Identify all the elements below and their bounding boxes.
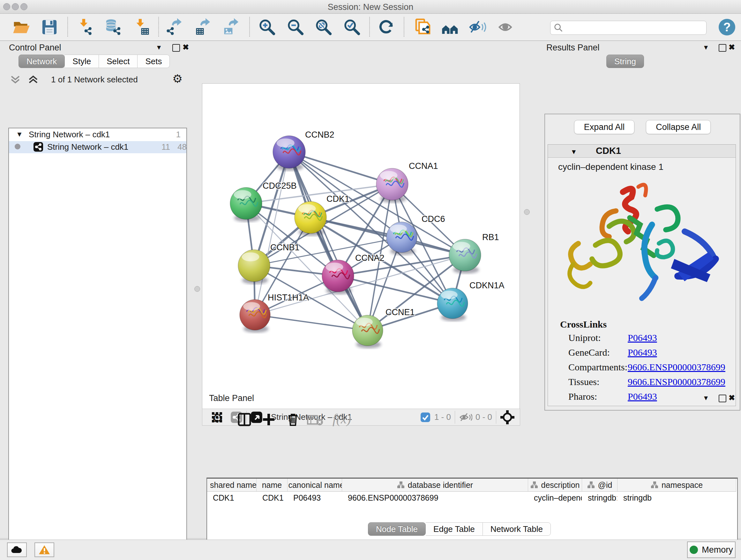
delete-column-icon[interactable] bbox=[285, 412, 300, 427]
function-builder-icon[interactable]: f(x) bbox=[333, 411, 351, 427]
node-label-ccne1: CCNE1 bbox=[386, 307, 415, 317]
network-node-hist1h1a[interactable] bbox=[240, 300, 270, 333]
collapse-card-icon[interactable]: ▾ bbox=[572, 147, 576, 156]
tab-network[interactable]: Network bbox=[18, 55, 65, 68]
show-columns-icon[interactable] bbox=[237, 412, 252, 427]
table-cell-shared-name[interactable]: CDK1 bbox=[207, 492, 256, 504]
zoom-in-icon[interactable] bbox=[258, 18, 276, 36]
export-table-icon[interactable] bbox=[194, 18, 212, 36]
network-node-cdc6[interactable] bbox=[387, 222, 417, 255]
column-header--id[interactable]: @id bbox=[582, 479, 617, 492]
network-node-ccnb2[interactable] bbox=[273, 136, 306, 171]
table-panel-float-icon[interactable] bbox=[719, 395, 726, 402]
tab-style[interactable]: Style bbox=[65, 55, 99, 68]
results-panel-float-icon[interactable] bbox=[719, 44, 726, 52]
collapse-all-tree-icon[interactable] bbox=[10, 74, 42, 85]
node-label-cdk1: CDK1 bbox=[327, 194, 349, 204]
network-node-ccna2[interactable] bbox=[322, 260, 354, 294]
clone-network-icon[interactable] bbox=[414, 18, 432, 36]
column-header-namespace[interactable]: namespace bbox=[617, 479, 736, 492]
column-type-icon bbox=[587, 481, 595, 489]
right-splitter-handle[interactable] bbox=[524, 209, 530, 215]
crosslink-link-genecard-[interactable]: P06493 bbox=[628, 347, 657, 358]
column-header-description[interactable]: description bbox=[528, 479, 582, 492]
selected-checkbox-icon[interactable] bbox=[420, 412, 430, 422]
show-all-icon[interactable] bbox=[441, 18, 459, 36]
tab-sets[interactable]: Sets bbox=[138, 55, 170, 68]
results-panel-collapse-icon[interactable]: ▾ bbox=[704, 43, 708, 52]
tab-select[interactable]: Select bbox=[99, 55, 138, 68]
crosslink-link-pharos-[interactable]: P06493 bbox=[628, 391, 657, 402]
network-tree-row-selected[interactable]: String Network – cdk1 11 48 bbox=[9, 141, 186, 153]
network-node-cdc25b[interactable] bbox=[230, 187, 262, 222]
show-selected-icon[interactable] bbox=[498, 18, 516, 36]
network-edge[interactable] bbox=[289, 152, 367, 330]
birds-eye-view-icon[interactable] bbox=[500, 410, 515, 425]
search-input[interactable] bbox=[566, 22, 706, 34]
table-cell-description[interactable]: cyclin–dependent ... bbox=[528, 492, 582, 504]
import-database-icon[interactable] bbox=[105, 18, 122, 36]
warning-status-button[interactable] bbox=[35, 543, 54, 557]
collapse-all-button[interactable]: Collapse All bbox=[646, 120, 711, 134]
hide-selected-icon[interactable] bbox=[468, 18, 486, 36]
add-column-icon[interactable] bbox=[261, 412, 276, 427]
table-settings-gear-icon[interactable]: ⚙ bbox=[212, 411, 223, 425]
search-box[interactable] bbox=[550, 21, 706, 35]
node-label-ccnb1: CCNB1 bbox=[270, 243, 300, 252]
export-network-icon[interactable] bbox=[166, 18, 184, 36]
network-edge[interactable] bbox=[255, 315, 367, 330]
results-panel-tab-string[interactable]: String bbox=[606, 55, 644, 68]
column-header-name[interactable]: name bbox=[257, 479, 287, 492]
network-node-rb1[interactable] bbox=[449, 239, 481, 273]
crosslink-link-uniprot-[interactable]: P06493 bbox=[628, 332, 657, 343]
results-panel-close-icon[interactable]: ✖ bbox=[729, 43, 735, 52]
save-session-icon[interactable] bbox=[41, 18, 58, 36]
expand-all-button[interactable]: Expand All bbox=[574, 120, 635, 134]
export-image-icon[interactable] bbox=[223, 18, 241, 36]
crosslink-link-compartments-[interactable]: 9606.ENSP00000378699 bbox=[628, 362, 725, 373]
network-options-gear-icon[interactable]: ⚙ bbox=[172, 72, 183, 85]
column-header-database-identifier[interactable]: database identifier bbox=[342, 479, 528, 492]
table-cell-database-identifier[interactable]: 9606.ENSP00000378699 bbox=[342, 492, 528, 504]
control-panel-close-icon[interactable]: ✖ bbox=[183, 43, 189, 52]
zoom-out-icon[interactable] bbox=[286, 18, 305, 36]
delete-table-icon[interactable] bbox=[307, 415, 324, 426]
zoom-selected-icon[interactable] bbox=[343, 18, 361, 36]
column-header-canonical-name[interactable]: canonical name bbox=[287, 479, 342, 492]
network-node-ccne1[interactable] bbox=[352, 315, 383, 348]
table-cell-canonical-name[interactable]: P06493 bbox=[287, 492, 342, 504]
network-graph[interactable]: CCNB2CCNA1CDC25BCDK1CDC6RB1CCNB1CCNA2CDK… bbox=[202, 84, 520, 409]
column-header-shared-name[interactable]: shared name bbox=[207, 479, 257, 492]
crosslink-row: Uniprot:P06493 bbox=[568, 332, 728, 347]
tab-edge-table[interactable]: Edge Table bbox=[426, 522, 483, 536]
protein-card-header[interactable]: ▾ CDK1 bbox=[548, 145, 736, 158]
crosslink-link-tissues-[interactable]: 9606.ENSP00000378699 bbox=[628, 376, 725, 387]
cloud-status-button[interactable] bbox=[7, 543, 27, 557]
table-panel-collapse-icon[interactable]: ▾ bbox=[704, 393, 708, 402]
network-canvas[interactable]: CCNB2CCNA1CDC25BCDK1CDC6RB1CCNB1CCNA2CDK… bbox=[202, 83, 520, 409]
network-node-cdkn1a[interactable] bbox=[437, 288, 468, 321]
network-node-ccnb1[interactable] bbox=[238, 250, 270, 284]
open-file-icon[interactable] bbox=[12, 18, 30, 36]
left-splitter-handle[interactable] bbox=[194, 286, 200, 292]
memory-button[interactable]: Memory bbox=[687, 542, 736, 558]
tab-node-table[interactable]: Node Table bbox=[368, 522, 426, 536]
refresh-icon[interactable] bbox=[378, 18, 395, 36]
table-cell-namespace[interactable]: stringdb bbox=[617, 492, 736, 504]
import-table-icon[interactable] bbox=[133, 18, 151, 36]
import-network-icon[interactable] bbox=[76, 18, 94, 36]
network-node-ccna1[interactable] bbox=[376, 168, 408, 203]
table-panel-close-icon[interactable]: ✖ bbox=[729, 393, 735, 402]
network-node-cdk1[interactable] bbox=[294, 201, 327, 236]
control-panel-collapse-icon[interactable]: ▾ bbox=[157, 43, 161, 52]
help-icon[interactable]: ? bbox=[719, 19, 735, 36]
control-panel-float-icon[interactable] bbox=[172, 44, 180, 52]
toolbar-separator bbox=[67, 17, 68, 37]
tab-string[interactable]: String bbox=[606, 55, 644, 68]
table-cell--id[interactable]: stringdb:9... bbox=[582, 492, 617, 504]
table-cell-name[interactable]: CDK1 bbox=[257, 492, 287, 504]
tree-expander-icon[interactable]: ▼ bbox=[16, 130, 23, 138]
zoom-fit-icon[interactable] bbox=[315, 18, 333, 36]
network-tree-root-row[interactable]: ▼ String Network – cdk1 1 bbox=[9, 130, 186, 141]
tab-network-table[interactable]: Network Table bbox=[483, 522, 551, 536]
